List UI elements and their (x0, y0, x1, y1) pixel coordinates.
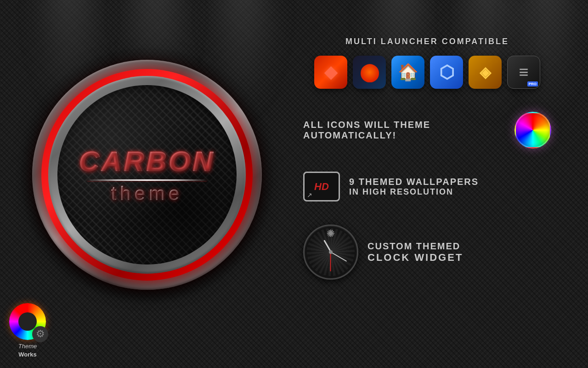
launcher-icons-row: PRO (294, 56, 560, 89)
logo-container: CARBON theme (28, 55, 266, 294)
clock-line2: CLOCK WIDGET (368, 252, 551, 264)
clock-text: CUSTOM THEMED CLOCK WIDGET (368, 241, 551, 264)
theme-works-inner (18, 312, 37, 331)
wallpaper-text: 9 THEMED WALLPAPERS IN HIGH RESOLUTION (349, 177, 551, 197)
gear-icon: ⚙ (32, 326, 48, 342)
theme-works-logo: ⚙ (9, 303, 46, 340)
clock-center-dot (329, 250, 333, 254)
hd-badge-text: HD (314, 181, 329, 193)
wallpaper-section: HD 9 THEMED WALLPAPERS IN HIGH RESOLUTIO… (294, 167, 560, 206)
wallpaper-line2: IN HIGH RESOLUTION (349, 187, 551, 197)
clock-section: CUSTOM THEMED CLOCK WIDGET (294, 220, 560, 284)
auto-theme-line2: AUTOMATICALLY! (303, 130, 505, 141)
carbon-circle: CARBON theme (57, 85, 237, 264)
wallpaper-line1: 9 THEMED WALLPAPERS (349, 177, 551, 187)
theme-works-line1: Theme (18, 342, 37, 351)
smart-launcher-icon (391, 56, 424, 89)
adw-launcher-icon (430, 56, 463, 89)
carbon-title: CARBON (79, 145, 215, 178)
theme-works-watermark: ⚙ Theme Works (9, 303, 46, 359)
right-panel: MULTI LAUNCHER COMPATIBLE PRO ALL ICONS … (294, 37, 560, 284)
theme-works-text: Theme Works (18, 342, 37, 359)
carbon-text: CARBON theme (79, 145, 215, 205)
theme-works-line2: Works (18, 351, 37, 359)
auto-theme-section: ALL ICONS WILL THEME AUTOMATICALLY! (294, 107, 560, 153)
outer-ring: CARBON theme (32, 60, 262, 290)
launcher-title: MULTI LAUNCHER COMPATIBLE (294, 37, 560, 46)
inner-ring: CARBON theme (48, 76, 246, 274)
carbon-divider (87, 179, 207, 181)
carbon-subtitle: theme (79, 183, 215, 205)
pro-badge: PRO (527, 81, 538, 86)
red-ring: CARBON theme (41, 69, 253, 281)
go-launcher-icon (469, 56, 502, 89)
apex-launcher-icon (314, 56, 347, 89)
auto-theme-line1: ALL ICONS WILL THEME (303, 120, 505, 130)
clock-widget (303, 224, 358, 280)
clock-line1: CUSTOM THEMED (368, 241, 551, 252)
launcher-pro-icon: PRO (507, 56, 540, 89)
auto-theme-text: ALL ICONS WILL THEME AUTOMATICALLY! (303, 120, 505, 141)
hd-badge: HD (303, 172, 340, 201)
nova-launcher-icon (353, 56, 386, 89)
color-wheel-icon (514, 112, 551, 149)
